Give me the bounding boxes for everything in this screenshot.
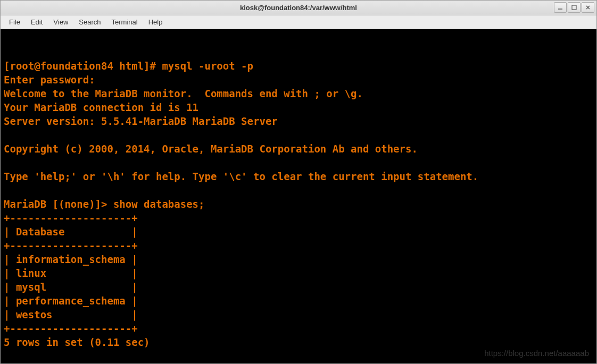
terminal-line: Welcome to the MariaDB monitor. Commands… xyxy=(4,87,593,100)
terminal-line xyxy=(4,156,593,170)
menubar: File Edit View Search Terminal Help xyxy=(1,15,596,29)
watermark-text: https://blog.csdn.net/aaaaaab xyxy=(484,348,589,359)
terminal-line xyxy=(4,183,593,197)
menu-file[interactable]: File xyxy=(4,16,26,28)
terminal-output: [root@foundation84 html]# mysql -uroot -… xyxy=(4,59,593,363)
terminal-line: Copyright (c) 2000, 2014, Oracle, MariaD… xyxy=(4,142,593,156)
menu-help[interactable]: Help xyxy=(143,16,168,28)
terminal-line: MariaDB [(none)]> show databases; xyxy=(4,197,593,211)
terminal-area[interactable]: [root@foundation84 html]# mysql -uroot -… xyxy=(1,29,596,363)
menu-edit[interactable]: Edit xyxy=(26,16,48,28)
menu-view[interactable]: View xyxy=(48,16,73,28)
window-title: kiosk@foundation84:/var/www/html xyxy=(240,4,357,12)
minimize-button[interactable] xyxy=(554,2,567,13)
terminal-line: Enter password: xyxy=(4,73,593,87)
terminal-line: | Database | xyxy=(4,225,593,239)
terminal-line: | information_schema | xyxy=(4,252,593,266)
terminal-line: Your MariaDB connection id is 11 xyxy=(4,100,593,114)
terminal-line: [root@foundation84 html]# mysql -uroot -… xyxy=(4,59,593,73)
terminal-line: | performance_schema | xyxy=(4,294,593,308)
window-controls xyxy=(554,2,594,13)
titlebar: kiosk@foundation84:/var/www/html xyxy=(1,1,596,15)
menu-terminal[interactable]: Terminal xyxy=(106,16,143,28)
terminal-line: | westos | xyxy=(4,308,593,321)
terminal-line: +--------------------+ xyxy=(4,239,593,252)
terminal-line: | linux | xyxy=(4,266,593,280)
terminal-line: 5 rows in set (0.11 sec) xyxy=(4,335,593,349)
terminal-line: +--------------------+ xyxy=(4,321,593,335)
terminal-line: Server version: 5.5.41-MariaDB MariaDB S… xyxy=(4,114,593,128)
terminal-line: +--------------------+ xyxy=(4,211,593,225)
terminal-line: | mysql | xyxy=(4,280,593,294)
terminal-window: kiosk@foundation84:/var/www/html File Ed… xyxy=(0,0,597,364)
close-button[interactable] xyxy=(582,2,594,13)
svg-rect-1 xyxy=(572,5,576,10)
maximize-button[interactable] xyxy=(568,2,581,13)
terminal-line: Type 'help;' or '\h' for help. Type '\c'… xyxy=(4,170,593,183)
menu-search[interactable]: Search xyxy=(73,16,106,28)
terminal-line xyxy=(4,128,593,142)
